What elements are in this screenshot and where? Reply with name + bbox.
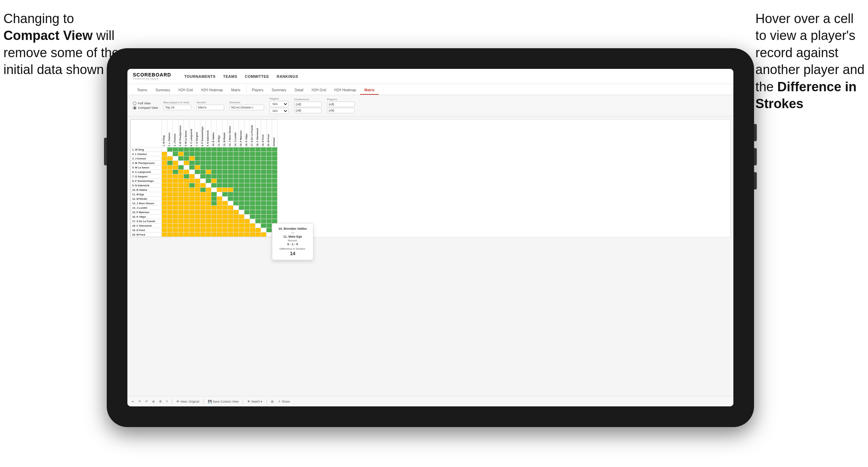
matrix-cell-15-9[interactable] xyxy=(211,215,217,219)
matrix-cell-5-19[interactable] xyxy=(266,170,272,174)
matrix-cell-13-0[interactable] xyxy=(162,206,167,210)
matrix-cell-16-4[interactable] xyxy=(184,219,189,224)
matrix-cell-11-14[interactable] xyxy=(239,197,244,201)
matrix-cell-8-20[interactable] xyxy=(272,183,278,188)
matrix-cell-4-20[interactable] xyxy=(272,165,278,170)
matrix-cell-3-12[interactable] xyxy=(228,161,233,165)
matrix-cell-15-3[interactable] xyxy=(178,215,184,219)
matrix-cell-3-20[interactable] xyxy=(272,161,278,165)
nav-link-rankings[interactable]: RANKINGS xyxy=(276,74,298,79)
matrix-cell-17-2[interactable] xyxy=(173,224,178,228)
matrix-cell-17-17[interactable] xyxy=(255,224,261,228)
matrix-cell-19-4[interactable] xyxy=(184,232,189,237)
matrix-cell-15-18[interactable] xyxy=(261,215,266,219)
tab-matrix-1[interactable]: Matrix xyxy=(227,86,244,95)
matrix-cell-12-1[interactable] xyxy=(167,201,173,206)
matrix-cell-2-8[interactable] xyxy=(206,156,211,161)
matrix-cell-4-14[interactable] xyxy=(239,165,244,170)
matrix-cell-5-18[interactable] xyxy=(261,170,266,174)
matrix-cell-1-1[interactable] xyxy=(167,152,173,156)
matrix-cell-2-9[interactable] xyxy=(211,156,217,161)
matrix-cell-13-10[interactable] xyxy=(217,206,222,210)
matrix-cell-18-14[interactable] xyxy=(239,228,244,232)
matrix-cell-15-15[interactable] xyxy=(244,215,250,219)
matrix-cell-13-18[interactable] xyxy=(261,206,266,210)
matrix-cell-17-5[interactable] xyxy=(189,224,195,228)
tab-h2h-heatmap[interactable]: H2H Heatmap xyxy=(197,86,227,95)
matrix-cell-3-15[interactable] xyxy=(244,161,250,165)
matrix-cell-14-1[interactable] xyxy=(167,210,173,215)
matrix-cell-2-17[interactable] xyxy=(255,156,261,161)
matrix-cell-10-6[interactable] xyxy=(195,192,200,197)
matrix-cell-11-6[interactable] xyxy=(195,197,200,201)
matrix-cell-6-8[interactable] xyxy=(206,174,211,179)
matrix-cell-14-13[interactable] xyxy=(233,210,239,215)
matrix-cell-2-12[interactable] xyxy=(228,156,233,161)
matrix-cell-10-17[interactable] xyxy=(255,192,261,197)
matrix-cell-12-10[interactable] xyxy=(217,201,222,206)
matrix-cell-11-7[interactable] xyxy=(200,197,206,201)
matrix-cell-10-18[interactable] xyxy=(261,192,266,197)
matrix-cell-3-6[interactable] xyxy=(195,161,200,165)
matrix-cell-5-8[interactable] xyxy=(206,170,211,174)
matrix-cell-0-0[interactable] xyxy=(162,147,167,152)
matrix-cell-2-16[interactable] xyxy=(250,156,255,161)
matrix-cell-16-13[interactable] xyxy=(233,219,239,224)
matrix-cell-7-5[interactable] xyxy=(189,179,195,183)
matrix-cell-15-12[interactable] xyxy=(228,215,233,219)
matrix-cell-18-1[interactable] xyxy=(167,228,173,232)
matrix-cell-11-13[interactable] xyxy=(233,197,239,201)
matrix-cell-0-7[interactable] xyxy=(200,147,206,152)
matrix-cell-19-15[interactable] xyxy=(244,232,250,237)
matrix-cell-9-19[interactable] xyxy=(266,188,272,192)
matrix-cell-10-3[interactable] xyxy=(178,192,184,197)
matrix-cell-0-2[interactable] xyxy=(173,147,178,152)
matrix-cell-9-11[interactable] xyxy=(222,188,228,192)
matrix-cell-13-9[interactable] xyxy=(211,206,217,210)
matrix-cell-9-17[interactable] xyxy=(255,188,261,192)
share-btn[interactable]: ↗ Share xyxy=(278,400,290,403)
matrix-cell-4-4[interactable] xyxy=(184,165,189,170)
matrix-cell-14-20[interactable] xyxy=(272,210,278,215)
matrix-cell-5-11[interactable] xyxy=(222,170,228,174)
matrix-cell-4-15[interactable] xyxy=(244,165,250,170)
matrix-cell-1-19[interactable] xyxy=(266,152,272,156)
tab-h2h-grid[interactable]: H2H Grid xyxy=(174,86,197,95)
matrix-cell-9-5[interactable] xyxy=(189,188,195,192)
matrix-cell-19-5[interactable] xyxy=(189,232,195,237)
matrix-cell-3-0[interactable] xyxy=(162,161,167,165)
matrix-cell-4-10[interactable] xyxy=(217,165,222,170)
matrix-cell-5-12[interactable] xyxy=(228,170,233,174)
matrix-cell-0-3[interactable] xyxy=(178,147,184,152)
matrix-cell-15-11[interactable] xyxy=(222,215,228,219)
matrix-cell-17-1[interactable] xyxy=(167,224,173,228)
matrix-cell-19-2[interactable] xyxy=(173,232,178,237)
matrix-cell-19-10[interactable] xyxy=(217,232,222,237)
matrix-cell-7-14[interactable] xyxy=(239,179,244,183)
matrix-cell-6-9[interactable] xyxy=(211,174,217,179)
players-select-1[interactable]: (All) xyxy=(327,102,355,107)
matrix-cell-16-2[interactable] xyxy=(173,219,178,224)
matrix-cell-8-15[interactable] xyxy=(244,183,250,188)
watch-btn[interactable]: 👁 Watch ▾ xyxy=(247,400,262,403)
matrix-cell-19-17[interactable] xyxy=(255,232,261,237)
tab-h2h-heatmap-2[interactable]: H2H Heatmap xyxy=(330,86,360,95)
matrix-cell-7-3[interactable] xyxy=(178,179,184,183)
matrix-cell-8-17[interactable] xyxy=(255,183,261,188)
matrix-cell-4-7[interactable] xyxy=(200,165,206,170)
matrix-cell-18-13[interactable] xyxy=(233,228,239,232)
matrix-cell-13-11[interactable] xyxy=(222,206,228,210)
matrix-cell-10-9[interactable] xyxy=(211,192,217,197)
matrix-cell-19-13[interactable] xyxy=(233,232,239,237)
matrix-cell-0-4[interactable] xyxy=(184,147,189,152)
matrix-cell-4-9[interactable] xyxy=(211,165,217,170)
matrix-cell-5-13[interactable] xyxy=(233,170,239,174)
matrix-cell-4-5[interactable] xyxy=(189,165,195,170)
matrix-cell-18-17[interactable] xyxy=(255,228,261,232)
matrix-cell-19-8[interactable] xyxy=(206,232,211,237)
matrix-cell-15-0[interactable] xyxy=(162,215,167,219)
matrix-cell-13-13[interactable] xyxy=(233,206,239,210)
matrix-cell-6-3[interactable] xyxy=(178,174,184,179)
matrix-cell-0-15[interactable] xyxy=(244,147,250,152)
matrix-cell-9-8[interactable] xyxy=(206,188,211,192)
